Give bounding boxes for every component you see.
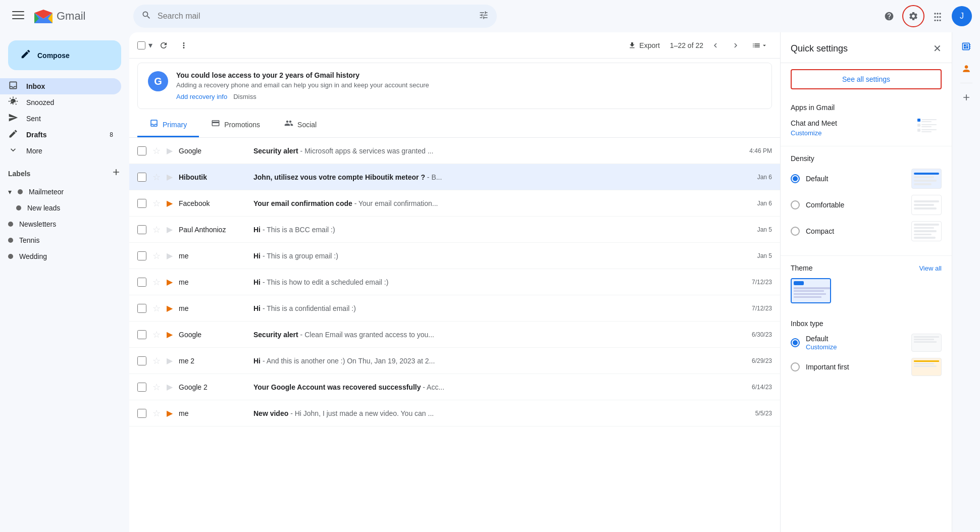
star-icon[interactable]: ☆ xyxy=(152,329,161,340)
star-icon[interactable]: ☆ xyxy=(152,277,161,288)
sidebar-item-newsletters[interactable]: Newsletters xyxy=(0,216,121,232)
help-button[interactable] xyxy=(879,6,899,26)
sidebar-item-inbox[interactable]: Inbox xyxy=(0,78,121,94)
more-options-button[interactable] xyxy=(175,36,193,55)
select-dropdown-icon[interactable]: ▾ xyxy=(148,40,152,50)
table-row[interactable]: ☆ ▶ me Hi - This is a group email :) Jan… xyxy=(129,243,780,269)
prev-page-button[interactable] xyxy=(707,37,724,54)
chat-meet-customize-link[interactable]: Customize xyxy=(791,129,837,137)
sidebar-item-tennis[interactable]: Tennis xyxy=(0,232,121,248)
row-checkbox[interactable] xyxy=(137,199,146,208)
time: Jan 5 xyxy=(757,226,772,233)
export-button[interactable]: Export xyxy=(622,36,665,55)
row-checkbox[interactable] xyxy=(137,356,146,365)
row-checkbox[interactable] xyxy=(137,383,146,392)
select-all-checkbox[interactable] xyxy=(137,41,145,49)
inbox-type-section: Inbox type Default Customize Important f… xyxy=(781,311,952,390)
tab-promotions[interactable]: Promotions xyxy=(199,113,272,137)
recovery-icon: G xyxy=(148,71,168,91)
density-default[interactable]: Default xyxy=(791,169,942,189)
sidebar-item-snoozed-label: Snoozed xyxy=(26,98,54,107)
expand-icon: ▾ xyxy=(8,188,12,196)
row-checkbox[interactable] xyxy=(137,146,146,155)
inbox-default-radio[interactable] xyxy=(791,338,800,347)
row-checkbox[interactable] xyxy=(137,278,146,287)
subject: Hi - This is a confidential email :) xyxy=(253,304,744,312)
contacts-rail-icon[interactable] xyxy=(956,59,976,79)
email-list: ☆ ▶ Google Security alert - Microsoft ap… xyxy=(129,138,780,532)
table-row[interactable]: ☆ ▶ Google 2 Your Google Account was rec… xyxy=(129,374,780,400)
sidebar-item-snoozed[interactable]: Snoozed xyxy=(0,94,121,111)
subject: Hi - And this is another one :) On Thu, … xyxy=(253,357,744,365)
table-row[interactable]: ☆ ▶ me 2 Hi - And this is another one :)… xyxy=(129,348,780,374)
inbox-default-customize-link[interactable]: Customize xyxy=(806,343,837,351)
inbox-important-first-radio[interactable] xyxy=(791,362,800,371)
compose-button[interactable]: Compose xyxy=(8,40,121,70)
star-icon[interactable]: ☆ xyxy=(152,198,161,209)
forward-icon: ▶ xyxy=(167,382,173,392)
svg-rect-17 xyxy=(794,296,821,298)
density-compact[interactable]: Compact xyxy=(791,221,942,241)
row-checkbox[interactable] xyxy=(137,225,146,234)
density-comfortable-radio[interactable] xyxy=(791,200,800,209)
star-icon[interactable]: ☆ xyxy=(152,303,161,314)
sender: me xyxy=(179,278,249,286)
add-rail-icon[interactable] xyxy=(956,87,976,108)
settings-button[interactable] xyxy=(903,6,923,26)
snoozed-icon xyxy=(8,96,18,109)
apps-button[interactable] xyxy=(927,6,948,26)
dismiss-button[interactable]: Dismiss xyxy=(233,93,256,100)
theme-preview-box[interactable] xyxy=(791,278,831,303)
table-row[interactable]: ☆ ▶ Facebook Your email confirmation cod… xyxy=(129,190,780,217)
star-icon[interactable]: ☆ xyxy=(152,382,161,393)
table-row[interactable]: ☆ ▶ Google Security alert - Microsoft ap… xyxy=(129,138,780,164)
table-row[interactable]: ☆ ▶ me New video - Hi John, I just made … xyxy=(129,400,780,427)
search-input[interactable] xyxy=(158,12,479,21)
qs-close-button[interactable]: ✕ xyxy=(933,42,942,55)
add-recovery-link[interactable]: Add recovery info xyxy=(176,93,227,100)
promotions-tab-icon xyxy=(211,119,220,130)
sender: Paul Anthonioz xyxy=(179,226,249,234)
row-checkbox[interactable] xyxy=(137,330,146,339)
sidebar-item-new-leads[interactable]: New leads xyxy=(0,200,121,216)
theme-view-all-link[interactable]: View all xyxy=(919,264,942,272)
row-checkbox[interactable] xyxy=(137,409,146,418)
tab-primary[interactable]: Primary xyxy=(137,113,199,137)
star-icon[interactable]: ☆ xyxy=(152,408,161,419)
tab-social[interactable]: Social xyxy=(272,113,329,137)
star-icon[interactable]: ☆ xyxy=(152,224,161,235)
sidebar-item-mailmeteor[interactable]: ▾ Mailmeteor xyxy=(0,184,121,200)
table-row[interactable]: ☆ ▶ me Hi - This is how to edit a schedu… xyxy=(129,269,780,295)
sidebar-item-more[interactable]: More xyxy=(0,143,121,159)
table-row[interactable]: ☆ ▶ Google Security alert - Clean Email … xyxy=(129,322,780,348)
density-compact-radio[interactable] xyxy=(791,227,800,236)
sidebar-item-wedding[interactable]: Wedding xyxy=(0,248,121,264)
table-row[interactable]: ☆ ▶ me Hi - This is a confidential email… xyxy=(129,295,780,322)
row-checkbox[interactable] xyxy=(137,173,146,182)
tasks-rail-icon[interactable] xyxy=(956,36,976,57)
density-comfortable[interactable]: Comfortable xyxy=(791,195,942,215)
row-checkbox[interactable] xyxy=(137,251,146,260)
add-label-icon[interactable] xyxy=(111,167,121,180)
table-row[interactable]: ☆ ▶ Paul Anthonioz Hi - This is a BCC em… xyxy=(129,217,780,243)
refresh-button[interactable] xyxy=(154,36,173,55)
star-icon[interactable]: ☆ xyxy=(152,145,161,156)
avatar[interactable]: J xyxy=(952,6,972,26)
sidebar-item-drafts[interactable]: Drafts 8 xyxy=(0,127,121,143)
search-filter-icon[interactable] xyxy=(479,10,489,23)
star-icon[interactable]: ☆ xyxy=(152,355,161,366)
sidebar-item-sent[interactable]: Sent xyxy=(0,111,121,127)
density-default-radio[interactable] xyxy=(791,174,800,183)
star-icon[interactable]: ☆ xyxy=(152,250,161,261)
next-page-button[interactable] xyxy=(728,37,744,54)
hamburger-menu-icon[interactable] xyxy=(8,5,28,28)
star-icon[interactable]: ☆ xyxy=(152,172,161,183)
inbox-default-option[interactable]: Default Customize xyxy=(791,334,942,352)
inbox-important-first-option[interactable]: Important first xyxy=(791,358,942,376)
row-checkbox[interactable] xyxy=(137,304,146,313)
see-all-settings-button[interactable]: See all settings xyxy=(791,69,942,89)
recovery-banner: G You could lose access to your 2 years … xyxy=(137,63,772,109)
table-row[interactable]: ☆ ▶ Hiboutik John, utilisez vous votre c… xyxy=(129,164,780,190)
view-options-button[interactable] xyxy=(748,36,772,55)
chat-meet-option: Chat and Meet Customize xyxy=(791,118,942,138)
